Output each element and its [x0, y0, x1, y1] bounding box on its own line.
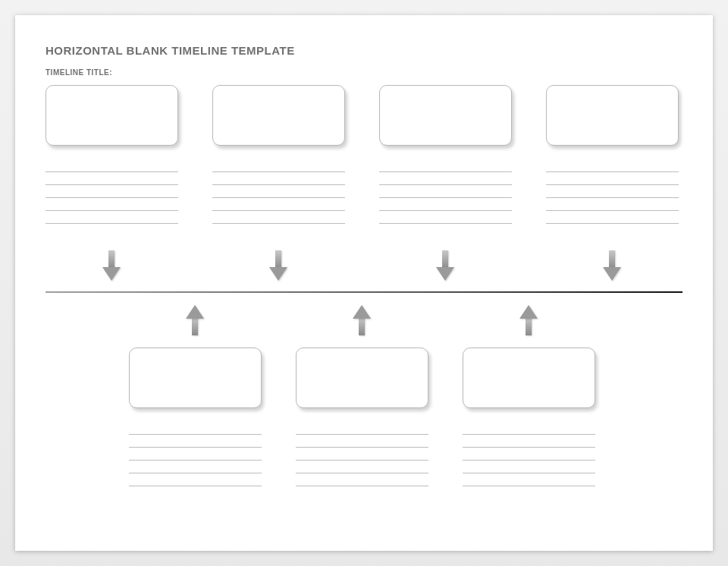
detail-line[interactable]	[379, 210, 512, 211]
detail-line[interactable]	[463, 434, 595, 435]
detail-line[interactable]	[379, 223, 512, 224]
detail-line[interactable]	[46, 184, 178, 185]
detail-line[interactable]	[379, 171, 512, 172]
detail-line[interactable]	[379, 197, 512, 198]
arrow-up-icon	[353, 303, 371, 335]
detail-line[interactable]	[46, 223, 178, 224]
detail-line[interactable]	[296, 434, 428, 435]
arrow-down-icon	[436, 250, 454, 282]
event-detail-lines[interactable]	[129, 422, 262, 486]
detail-line[interactable]	[379, 184, 512, 185]
event-card[interactable]	[546, 85, 679, 146]
event-card[interactable]	[296, 347, 428, 408]
detail-line[interactable]	[546, 210, 679, 211]
detail-line[interactable]	[296, 460, 428, 461]
detail-line[interactable]	[46, 210, 178, 211]
event-card[interactable]	[129, 347, 262, 408]
timeline-axis	[46, 291, 682, 293]
event-card[interactable]	[212, 85, 345, 146]
detail-line[interactable]	[129, 486, 262, 486]
detail-line[interactable]	[212, 210, 345, 211]
event-card[interactable]	[46, 85, 178, 146]
detail-line[interactable]	[46, 197, 178, 198]
event-card[interactable]	[379, 85, 512, 146]
event-card[interactable]	[463, 347, 595, 408]
detail-line[interactable]	[212, 197, 345, 198]
arrow-up-icon	[186, 303, 204, 335]
page-title: HORIZONTAL BLANK TIMELINE TEMPLATE	[46, 44, 295, 57]
detail-line[interactable]	[546, 223, 679, 224]
detail-line[interactable]	[212, 171, 345, 172]
arrow-down-icon	[102, 250, 121, 282]
document-page: HORIZONTAL BLANK TIMELINE TEMPLATE TIMEL…	[15, 15, 713, 551]
event-detail-lines[interactable]	[296, 422, 428, 486]
detail-line[interactable]	[546, 184, 679, 185]
arrow-down-icon	[603, 250, 621, 282]
detail-line[interactable]	[296, 486, 428, 486]
event-detail-lines[interactable]	[212, 159, 345, 224]
detail-line[interactable]	[463, 486, 595, 486]
detail-line[interactable]	[546, 197, 679, 198]
detail-line[interactable]	[296, 447, 428, 448]
detail-line[interactable]	[46, 171, 178, 172]
detail-line[interactable]	[546, 171, 679, 172]
detail-line[interactable]	[129, 447, 262, 448]
arrow-down-icon	[269, 250, 287, 282]
event-detail-lines[interactable]	[379, 159, 512, 224]
timeline-title-label: TIMELINE TITLE:	[46, 68, 112, 77]
detail-line[interactable]	[129, 434, 262, 435]
event-detail-lines[interactable]	[546, 159, 679, 224]
detail-line[interactable]	[296, 473, 428, 473]
detail-line[interactable]	[129, 473, 262, 473]
detail-line[interactable]	[212, 223, 345, 224]
detail-line[interactable]	[463, 473, 595, 473]
detail-line[interactable]	[463, 447, 595, 448]
event-detail-lines[interactable]	[46, 159, 178, 224]
detail-line[interactable]	[129, 460, 262, 461]
detail-line[interactable]	[212, 184, 345, 185]
arrow-up-icon	[519, 303, 538, 335]
event-detail-lines[interactable]	[463, 422, 595, 486]
detail-line[interactable]	[463, 460, 595, 461]
